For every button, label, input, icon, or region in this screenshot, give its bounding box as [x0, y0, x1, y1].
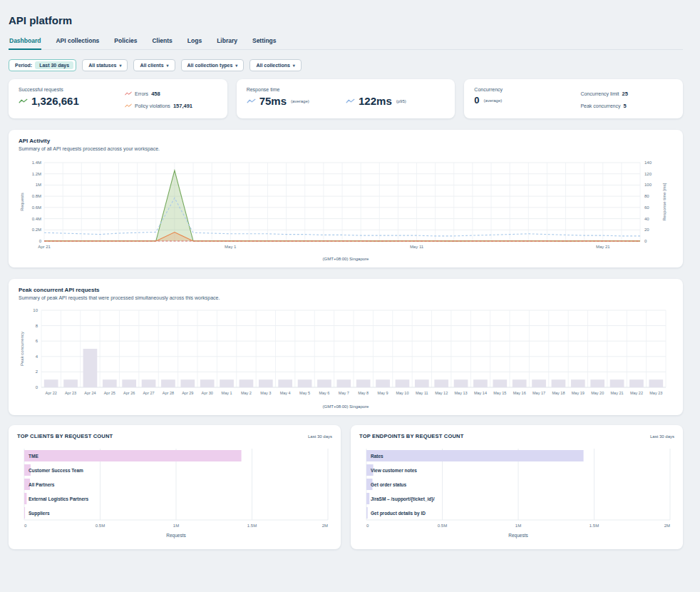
errors-label: Errors: [135, 91, 148, 96]
svg-text:2: 2: [36, 369, 38, 374]
response-p95-value: 122ms: [359, 96, 392, 106]
svg-text:Apr 29: Apr 29: [182, 391, 193, 395]
response-time-average: 75ms (average): [247, 96, 346, 106]
concurrency-label: Concurrency: [474, 87, 580, 92]
svg-text:1M: 1M: [36, 183, 41, 187]
page: API platform DashboardAPI collectionsPol…: [0, 0, 700, 592]
concurrency-suffix: (average): [484, 98, 503, 103]
svg-text:6: 6: [36, 339, 38, 343]
api-activity-card: API Activity Summary of all API requests…: [9, 130, 683, 267]
filter-dropdown-all-statuses[interactable]: All statuses▾: [82, 59, 128, 71]
period-filter[interactable]: Period: Last 30 days: [9, 59, 76, 71]
svg-text:May 16: May 16: [513, 391, 526, 395]
svg-text:Suppliers: Suppliers: [29, 511, 50, 516]
tab-api-collections[interactable]: API collections: [55, 35, 100, 49]
svg-text:Requests: Requests: [166, 533, 186, 539]
svg-text:0: 0: [366, 524, 369, 528]
svg-text:0: 0: [36, 385, 38, 389]
svg-text:Requests: Requests: [508, 533, 528, 539]
svg-text:View customer notes: View customer notes: [371, 468, 417, 473]
svg-text:Get order status: Get order status: [371, 482, 407, 487]
top-endpoints-period: Last 30 days: [650, 434, 674, 439]
api-activity-subtitle: Summary of all API requests processed ac…: [19, 146, 673, 151]
concurrency-limit-value: 25: [622, 91, 627, 97]
api-activity-title: API Activity: [19, 138, 673, 144]
svg-text:May 19: May 19: [572, 391, 585, 395]
concurrency-card: Concurrency 0 (average) Concurrency limi…: [464, 79, 683, 118]
tab-logs[interactable]: Logs: [187, 35, 202, 49]
tab-dashboard[interactable]: Dashboard: [9, 35, 41, 50]
svg-text:Apr 24: Apr 24: [84, 391, 96, 395]
svg-text:May 8: May 8: [358, 391, 369, 395]
svg-text:May 14: May 14: [474, 391, 487, 395]
svg-text:May 1: May 1: [222, 391, 232, 395]
svg-text:Apr 22: Apr 22: [46, 391, 57, 395]
svg-text:May 3: May 3: [260, 391, 271, 395]
filter-dropdown-all-clients[interactable]: All clients▾: [133, 59, 175, 71]
trend-violations-icon: [125, 103, 132, 108]
successful-requests-card: Successful requests 1,326,661 Errors 458…: [9, 79, 227, 118]
svg-text:May 5: May 5: [299, 391, 310, 395]
svg-text:0.4M: 0.4M: [32, 217, 41, 221]
svg-text:May 7: May 7: [339, 391, 349, 395]
filter-dropdown-label: All collection types: [187, 63, 233, 68]
filter-dropdown-label: All statuses: [88, 63, 116, 68]
svg-text:1M: 1M: [173, 524, 179, 528]
concurrency-limit-label: Concurrency limit: [580, 91, 619, 96]
svg-text:0.5M: 0.5M: [96, 524, 105, 528]
svg-text:Apr 26: Apr 26: [123, 391, 135, 395]
chevron-down-icon: ▾: [119, 63, 121, 68]
svg-text:Apr 21: Apr 21: [38, 245, 51, 249]
svg-text:May 9: May 9: [378, 391, 388, 395]
chevron-down-icon: ▾: [167, 63, 169, 68]
timezone-note: (GMT+08:00) Singapore: [19, 255, 673, 263]
concurrency-value: 0: [474, 96, 479, 105]
svg-text:1.5M: 1.5M: [247, 524, 257, 528]
policy-violations-stat: Policy violations 157,491: [125, 103, 217, 109]
svg-text:1.4M: 1.4M: [32, 160, 41, 165]
api-activity-chart: 000.2M200.4M400.6M600.8M801M1001.2M1201.…: [19, 157, 673, 252]
peak-concurrency-label: Peak concurrency: [580, 103, 620, 108]
svg-text:0.6M: 0.6M: [32, 205, 41, 210]
top-clients-period: Last 30 days: [308, 434, 332, 439]
svg-text:60: 60: [644, 205, 649, 210]
svg-text:100: 100: [644, 183, 652, 187]
filter-dropdown-label: All collections: [256, 63, 289, 68]
svg-text:4: 4: [36, 354, 38, 359]
filter-bar: Period: Last 30 days All statuses▾All cl…: [9, 59, 683, 71]
tab-library[interactable]: Library: [216, 35, 238, 49]
svg-text:TME: TME: [29, 454, 38, 459]
svg-text:Peak concurrency: Peak concurrency: [20, 332, 24, 366]
trend-up-icon: [19, 98, 28, 104]
svg-text:May 23: May 23: [649, 391, 662, 395]
response-avg-suffix: (average): [291, 99, 309, 103]
svg-text:0.2M: 0.2M: [32, 228, 41, 232]
successful-requests-label: Successful requests: [19, 87, 125, 92]
svg-text:May 22: May 22: [630, 391, 643, 395]
period-label: Period:: [15, 63, 32, 68]
svg-text:0: 0: [39, 239, 42, 243]
svg-text:1M: 1M: [515, 524, 521, 528]
svg-text:May 10: May 10: [396, 391, 408, 395]
peak-concurrency-title: Peak concurrent API requests: [19, 287, 673, 293]
tab-clients[interactable]: Clients: [151, 35, 173, 49]
svg-text:0.5M: 0.5M: [438, 524, 447, 528]
svg-text:2M: 2M: [664, 524, 670, 528]
svg-text:May 20: May 20: [591, 391, 604, 395]
timezone-note: (GMT+08:00) Singapore: [19, 403, 673, 411]
errors-value: 458: [151, 91, 160, 97]
filter-dropdown-all-collections[interactable]: All collections▾: [249, 59, 301, 71]
svg-text:8: 8: [36, 324, 38, 328]
tab-settings[interactable]: Settings: [252, 35, 277, 49]
tab-policies[interactable]: Policies: [113, 35, 138, 49]
svg-text:1.2M: 1.2M: [32, 172, 41, 176]
svg-text:Response time [ms]: Response time [ms]: [662, 183, 666, 220]
peak-concurrency-stat: Peak concurrency 5: [580, 103, 673, 109]
svg-text:May 21: May 21: [596, 245, 610, 249]
top-endpoints-card: TOP ENDPOINTS BY REQUEST COUNT Last 30 d…: [351, 425, 683, 549]
peak-concurrency-subtitle: Summary of peak API requests that were p…: [19, 295, 673, 300]
policy-violations-value: 157,491: [173, 103, 192, 109]
svg-text:External Logistics Partners: External Logistics Partners: [29, 496, 89, 502]
filter-dropdown-all-collection-types[interactable]: All collection types▾: [181, 59, 245, 71]
svg-text:May 6: May 6: [319, 391, 329, 395]
